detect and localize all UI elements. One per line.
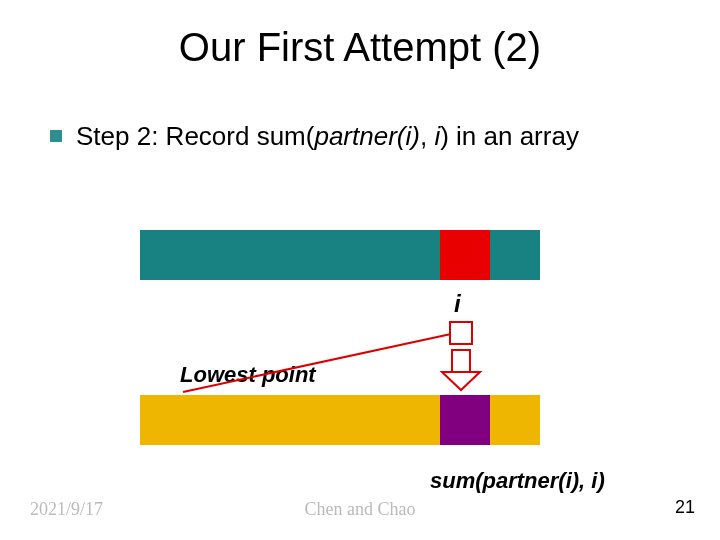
svg-rect-0 (450, 322, 472, 344)
array-cell (390, 230, 440, 280)
step-arg1: partner(i) (314, 121, 419, 151)
svg-rect-1 (452, 350, 470, 372)
i-label: i (454, 290, 461, 318)
array-bottom (140, 395, 540, 445)
array-cell (340, 230, 390, 280)
svg-marker-2 (442, 372, 480, 390)
step-suffix: ) in an array (440, 121, 579, 151)
sum-label: sum(partner(i), i) (430, 468, 605, 494)
body: Step 2: Record sum(partner(i), i) in an … (50, 120, 680, 153)
array-cell (240, 395, 290, 445)
array-cell (290, 230, 340, 280)
footer-page: 21 (675, 497, 695, 518)
bullet-icon (50, 130, 62, 142)
down-arrow-icon (442, 350, 480, 390)
array-cell (190, 230, 240, 280)
footer-date: 2021/9/17 (30, 499, 103, 520)
array-cell (390, 395, 440, 445)
slide-title: Our First Attempt (2) (0, 25, 720, 70)
array-cell (490, 230, 540, 280)
array-cell (490, 395, 540, 445)
array-cell (190, 395, 240, 445)
step-text: Step 2: Record sum(partner(i), i) in an … (76, 120, 579, 153)
array-cell-highlight (440, 395, 490, 445)
array-top (140, 230, 540, 280)
bullet-row: Step 2: Record sum(partner(i), i) in an … (50, 120, 680, 153)
lowest-point-label: Lowest point (180, 362, 316, 388)
step-prefix: Step 2: Record sum( (76, 121, 314, 151)
footer-author: Chen and Chao (305, 499, 416, 520)
array-cell (340, 395, 390, 445)
small-box-icon (450, 322, 472, 344)
step-sep: , (420, 121, 434, 151)
array-cell (290, 395, 340, 445)
array-cell (140, 230, 190, 280)
array-cell-highlight (440, 230, 490, 280)
array-cell (240, 230, 290, 280)
array-cell (140, 395, 190, 445)
